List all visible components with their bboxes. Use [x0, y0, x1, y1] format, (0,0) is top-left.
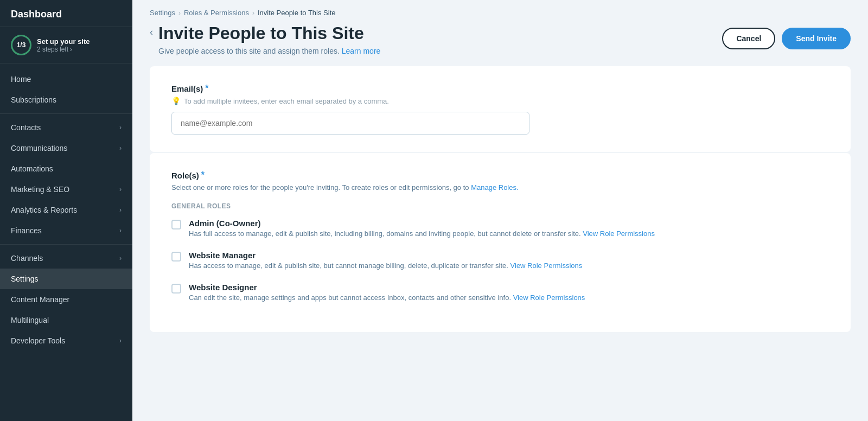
chevron-right-icon: ›: [119, 206, 122, 214]
breadcrumb-item-1[interactable]: Roles & Permissions: [184, 9, 249, 17]
back-button[interactable]: ‹: [150, 27, 153, 38]
role-checkbox-admin[interactable]: [171, 220, 181, 229]
sidebar-item-home[interactable]: Home: [0, 69, 132, 90]
view-role-permissions-website-designer[interactable]: View Role Permissions: [513, 294, 585, 302]
top-bar: Settings›Roles & Permissions›Invite Peop…: [132, 0, 868, 17]
roles-category-label: General Roles: [171, 202, 829, 210]
manage-roles-link[interactable]: Manage Roles.: [471, 183, 518, 192]
cancel-button[interactable]: Cancel: [722, 28, 775, 49]
setup-text: Set up your site 2 steps left ›: [37, 37, 90, 53]
role-name-website-manager: Website Manager: [189, 251, 582, 260]
role-desc-website-manager: Has access to manage, edit & publish sit…: [189, 261, 582, 270]
sidebar-header: Dashboard: [0, 0, 132, 27]
chevron-right-icon: ›: [119, 186, 122, 193]
sidebar-item-label: Settings: [11, 275, 122, 283]
page-subtitle: Give people access to this site and assi…: [158, 47, 380, 55]
role-checkbox-website-manager[interactable]: [171, 252, 181, 261]
role-info-admin: Admin (Co-Owner) Has full access to mana…: [189, 219, 655, 238]
roles-description: Select one or more roles for the people …: [171, 183, 829, 192]
page-title: Invite People to This Site: [158, 23, 380, 43]
sidebar-item-channels[interactable]: Channels›: [0, 248, 132, 269]
sidebar-item-label: Developer Tools: [11, 336, 119, 345]
page-title-block: Invite People to This Site Give people a…: [158, 23, 380, 55]
breadcrumb-separator: ›: [178, 9, 181, 17]
chevron-right-icon: ›: [119, 144, 122, 152]
chevron-right-icon: ›: [119, 124, 122, 131]
learn-more-link[interactable]: Learn more: [342, 47, 381, 55]
email-section: Email(s) * 💡 To add multiple invitees, e…: [150, 66, 851, 152]
setup-progress-circle: 1/3: [11, 35, 31, 55]
sidebar-item-automations[interactable]: Automations: [0, 158, 132, 179]
role-info-website-designer: Website Designer Can edit the site, mana…: [189, 283, 585, 302]
sidebar-item-label: Home: [11, 75, 122, 84]
email-hint: 💡 To add multiple invitees, enter each e…: [171, 97, 829, 105]
breadcrumb-item-2: Invite People to This Site: [258, 9, 336, 17]
setup-subtitle: 2 steps left ›: [37, 46, 90, 53]
role-item-website-designer: Website Designer Can edit the site, mana…: [171, 283, 829, 302]
sidebar-item-label: Multilingual: [11, 316, 122, 324]
setup-title: Set up your site: [37, 37, 90, 46]
sidebar-item-label: Marketing & SEO: [11, 185, 119, 194]
sidebar-item-label: Analytics & Reports: [11, 206, 119, 214]
main-content: Settings›Roles & Permissions›Invite Peop…: [132, 0, 868, 421]
sidebar-item-label: Subscriptions: [11, 95, 122, 104]
role-name-website-designer: Website Designer: [189, 283, 585, 292]
chevron-right-icon: ›: [119, 227, 122, 234]
role-desc-admin: Has full access to manage, edit & publis…: [189, 229, 655, 238]
role-checkbox-website-designer[interactable]: [171, 284, 181, 294]
chevron-right-icon: ›: [119, 254, 122, 262]
roles-required-star: *: [201, 170, 205, 180]
chevron-right-icon: ›: [119, 337, 122, 345]
sidebar-item-finances[interactable]: Finances›: [0, 220, 132, 241]
sidebar-item-settings[interactable]: Settings: [0, 269, 132, 289]
breadcrumb: Settings›Roles & Permissions›Invite Peop…: [150, 9, 336, 17]
sidebar-item-communications[interactable]: Communications›: [0, 138, 132, 158]
content-area: ‹ Invite People to This Site Give people…: [132, 17, 868, 421]
header-actions: Cancel Send Invite: [722, 28, 851, 49]
role-item-admin: Admin (Co-Owner) Has full access to mana…: [171, 219, 829, 238]
page-header-left: ‹ Invite People to This Site Give people…: [150, 23, 380, 55]
role-desc-website-designer: Can edit the site, manage settings and a…: [189, 294, 585, 302]
sidebar-item-developer-tools[interactable]: Developer Tools›: [0, 330, 132, 351]
roles-list: Admin (Co-Owner) Has full access to mana…: [171, 219, 829, 302]
sidebar-item-label: Contacts: [11, 123, 119, 132]
page-header: ‹ Invite People to This Site Give people…: [150, 17, 851, 66]
sidebar-item-label: Finances: [11, 226, 119, 235]
sidebar-item-content-manager[interactable]: Content Manager: [0, 289, 132, 310]
roles-section: Role(s) * Select one or more roles for t…: [150, 153, 851, 332]
sidebar-item-label: Content Manager: [11, 295, 122, 304]
sidebar: Dashboard 1/3 Set up your site 2 steps l…: [0, 0, 132, 421]
sidebar-item-analytics-reports[interactable]: Analytics & Reports›: [0, 200, 132, 220]
sidebar-item-label: Communications: [11, 144, 119, 152]
email-input[interactable]: [171, 112, 529, 135]
send-invite-button[interactable]: Send Invite: [782, 28, 851, 49]
breadcrumb-separator: ›: [252, 9, 254, 17]
email-required-star: *: [205, 84, 208, 93]
role-info-website-manager: Website Manager Has access to manage, ed…: [189, 251, 582, 270]
email-field-label: Email(s) *: [171, 84, 829, 93]
sidebar-item-contacts[interactable]: Contacts›: [0, 117, 132, 138]
sidebar-setup-bar[interactable]: 1/3 Set up your site 2 steps left ›: [0, 27, 132, 63]
view-role-permissions-website-manager[interactable]: View Role Permissions: [510, 261, 583, 270]
sidebar-item-subscriptions[interactable]: Subscriptions: [0, 90, 132, 110]
role-name-admin: Admin (Co-Owner): [189, 219, 655, 228]
roles-field-label: Role(s) *: [171, 170, 829, 180]
sidebar-item-label: Channels: [11, 254, 119, 263]
sidebar-item-label: Automations: [11, 164, 122, 173]
view-role-permissions-admin[interactable]: View Role Permissions: [583, 229, 655, 238]
sidebar-item-multilingual[interactable]: Multilingual: [0, 310, 132, 330]
sidebar-item-marketing-seo[interactable]: Marketing & SEO›: [0, 179, 132, 200]
sidebar-nav: HomeSubscriptionsContacts›Communications…: [0, 63, 132, 421]
chevron-right-icon: ›: [70, 46, 72, 53]
sidebar-dashboard-title: Dashboard: [11, 9, 62, 20]
lightbulb-icon: 💡: [171, 97, 181, 105]
role-item-website-manager: Website Manager Has access to manage, ed…: [171, 251, 829, 270]
breadcrumb-item-0[interactable]: Settings: [150, 9, 175, 17]
